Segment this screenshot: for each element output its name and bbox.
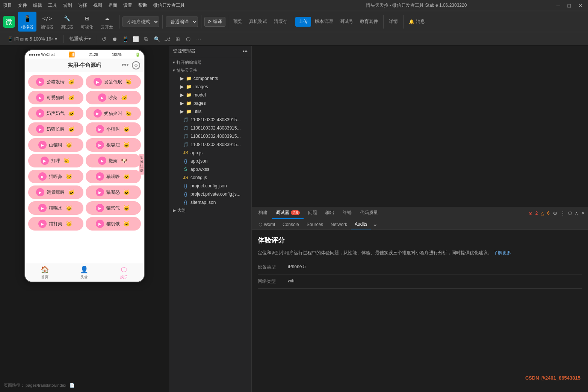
tree-item-images[interactable]: ▶ 📁 images [169,83,251,91]
project-header[interactable]: ▾ 情头天天换 [169,66,251,74]
subtab-more[interactable]: » [371,219,379,229]
collapse-icon[interactable]: ∧ [575,211,578,216]
simulator-button[interactable]: 📱 模拟器 [18,12,36,32]
more-icon[interactable]: ⋯ [195,35,203,43]
menu-bar[interactable]: 项目 文件 编辑 工具 转到 选择 视图 界面 设置 帮助 微信开发者工具 [3,2,278,9]
sound-btn-10-1[interactable]: ▶ 猫打架 🐱 [28,217,83,231]
edu-kit-button[interactable]: 教育套件 [357,17,381,27]
sound-btn-3-2[interactable]: ▶ 奶猫尖叫 🐱 [86,107,141,120]
sound-btn-9-1[interactable]: ▶ 猫喝水 🐱 [28,201,83,215]
clear-cache-button[interactable]: 清缓存 [271,17,290,27]
sound-btn-3-1[interactable]: ▶ 奶声奶气 🐱 [28,107,83,120]
tree-file-mp3-2[interactable]: 🎵 1108100302.48083915... [169,124,251,132]
menu-view[interactable]: 视图 [93,2,102,9]
compile-mode-select[interactable]: 小程序模式 [122,17,159,27]
tab-build[interactable]: 构建 [255,207,271,219]
hotreload-button[interactable]: 热重载 开▾ [67,35,94,43]
tree-file-projectprivate[interactable]: {} project.private.config.js... [169,190,251,198]
more-icon[interactable]: ⋮ [561,211,565,216]
sound-btn-7-2[interactable]: ▶ 猫喵哆 🐱 [86,170,141,183]
tab-terminal[interactable]: 终端 [339,207,355,219]
subtab-console[interactable]: Console [279,219,303,229]
tree-file-mp3-1[interactable]: 🎵 1108100302.48083915... [169,116,251,124]
nav-avatar[interactable]: 👤 头像 [65,263,104,282]
version-button[interactable]: 版本管理 [312,17,336,27]
device-selector[interactable]: 📱 iPhone 5 100% 16× ▾ [5,36,60,42]
editor-button[interactable]: </> 编辑器 [38,12,56,32]
sound-btn-10-2[interactable]: ▶ 猫饥饿 🐱 [86,217,141,231]
menu-goto[interactable]: 转到 [63,2,72,9]
phone-record-button[interactable]: ⊙ [132,61,140,69]
sound-btn-8-1[interactable]: ▶ 远景嚎叫 🐱 [28,185,83,199]
menu-edit[interactable]: 编辑 [33,2,42,9]
cloud-button[interactable]: ☁ 云开发 [98,12,116,32]
maximize-button[interactable]: □ [565,3,573,9]
outline-header[interactable]: ▶ 大纲 [169,207,251,214]
sound-btn-2-1[interactable]: ▶ 可爱猫叫 🐱 [28,91,83,104]
search-icon[interactable]: 🔍 [153,35,160,43]
sound-btn-4-2[interactable]: ▶ 小猫叫 🐱 [86,122,141,136]
sound-btn-2-2[interactable]: ▶ 吵架 🐱 [86,91,141,104]
sound-btn-7-1[interactable]: ▶ 猫哼鼻 🐱 [28,170,83,183]
menu-select[interactable]: 选择 [78,2,87,9]
subtab-sources[interactable]: Sources [303,219,327,229]
sound-btn-5-2[interactable]: ▶ 很委屈 🐱 [86,138,141,152]
close-button[interactable]: ✕ [576,3,585,9]
subtab-wxml[interactable]: ⬡ Wxml [255,219,279,229]
test-account-button[interactable]: 测试号 [337,17,356,27]
device-test-button[interactable]: 真机测试 [246,17,270,27]
menu-interface[interactable]: 界面 [108,2,117,9]
phone-more-button[interactable]: ••• [122,61,129,69]
visual-button[interactable]: ⊞ 可视化 [78,12,96,32]
tree-item-model[interactable]: ▶ 📁 model [169,91,251,99]
layers-icon[interactable]: ⊞ [174,35,181,43]
minimize-button[interactable]: ─ [554,3,562,9]
menu-help[interactable]: 帮助 [138,2,147,9]
nav-entertainment[interactable]: ⬡ 娱乐 [104,263,144,282]
compile-button[interactable]: ⟳ 编译 [204,17,225,27]
sound-btn-4-1[interactable]: ▶ 奶猫长叫 🐱 [28,122,83,136]
tab-issues[interactable]: 问题 [304,207,321,219]
tree-file-mp3-4[interactable]: 🎵 1108100302.48083915... [169,140,251,149]
menu-devtools[interactable]: 微信开发者工具 [153,2,185,9]
learn-more-link[interactable]: 了解更多 [493,250,511,255]
sound-btn-5-1[interactable]: ▶ 山猫叫 🐱 [28,138,83,152]
tablet-icon[interactable]: ⬜ [132,35,139,43]
menu-settings[interactable]: 设置 [123,2,132,9]
menu-project[interactable]: 项目 [3,2,12,9]
multi-icon[interactable]: ⧉ [142,35,150,43]
subtab-audits[interactable]: Audits [351,219,371,229]
tree-file-sitemap[interactable]: {} sitemap.json [169,198,251,207]
sound-btn-6-2[interactable]: ▶ 撒娇 🐶 [86,154,141,167]
refresh-icon[interactable]: ↺ [100,35,108,43]
tree-file-mp3-3[interactable]: 🎵 1108100302.48083915... [169,132,251,140]
branch-icon[interactable]: ⎇ [163,35,171,43]
sound-btn-6-1[interactable]: ▶ 打呼 🐱 [28,154,83,167]
close-panel-icon[interactable]: ✕ [581,211,585,216]
upload-button[interactable]: 上传 [295,17,311,27]
subtab-network[interactable]: Network [327,219,351,229]
tree-file-projectconfig[interactable]: {} project.config.json [169,182,251,190]
message-button[interactable]: 🔔 消息 [406,17,428,27]
sound-btn-9-2[interactable]: ▶ 猫怒气 🐱 [86,201,141,215]
file-panel-more[interactable]: ••• [243,49,248,54]
tree-file-appjs[interactable]: JS app.js [169,149,251,157]
debugger-button[interactable]: 🔧 调试器 [58,12,76,32]
tree-item-utils[interactable]: ▶ 📁 utils [169,107,251,116]
window-controls[interactable]: ─ □ ✕ [554,3,585,9]
tab-output[interactable]: 输出 [322,207,338,219]
breadcrumb-path[interactable]: pages/translator/index [26,383,66,387]
switch-button[interactable]: 切换注语 [139,154,144,175]
tab-quality[interactable]: 代码质量 [356,207,382,219]
menu-file[interactable]: 文件 [18,2,27,9]
sound-btn-8-2[interactable]: ▶ 猫嘶怒 🐱 [86,185,141,199]
menu-tools[interactable]: 工具 [48,2,57,9]
tree-item-components[interactable]: ▶ 📁 components [169,74,251,83]
open-editors-header[interactable]: ▾ 打开的编辑器 [169,59,251,66]
record-icon[interactable]: ⏺ [111,35,118,43]
nav-home[interactable]: 🏠 首页 [25,263,65,282]
sound-btn-1-1[interactable]: ▶ 公猫发情 🐱 [28,75,83,89]
compile-type-select[interactable]: 普通编译 [166,17,198,27]
phone-icon[interactable]: 📱 [121,35,129,43]
tree-item-pages[interactable]: ▶ 📁 pages [169,99,251,107]
